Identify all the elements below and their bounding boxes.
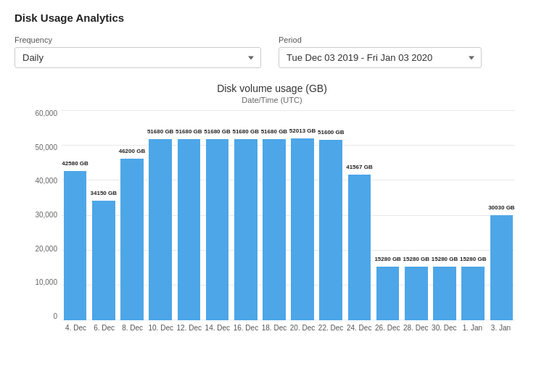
bar: 51680 GB: [178, 139, 201, 320]
x-tick: 26. Dec: [374, 324, 402, 332]
x-tick: 20. Dec: [289, 324, 317, 332]
bar-value-label: 15280 GB: [458, 255, 487, 263]
y-tick: 60,000: [22, 110, 62, 117]
bar-wrapper: 30030 GB: [488, 110, 515, 320]
x-tick: 1. Jan: [458, 324, 487, 332]
bar-wrapper: 41567 GB: [346, 110, 373, 320]
bar-wrapper: 51680 GB: [176, 110, 202, 320]
bar-value-label: 15280 GB: [430, 255, 459, 263]
bar: 15280 GB: [376, 267, 400, 320]
bar-wrapper: 34150 GB: [90, 110, 117, 320]
bar-value-label: 42580 GB: [60, 159, 89, 167]
chart-inner: 42580 GB34150 GB46200 GB51680 GB51680 GB…: [62, 110, 515, 320]
x-tick: 24. Dec: [345, 324, 374, 332]
chart-area: Disk volume usage (GB) Date/Time (UTC) 0…: [15, 83, 529, 342]
x-axis: 4. Dec6. Dec8. Dec10. Dec12. Dec14. Dec1…: [62, 320, 515, 342]
bar-wrapper: 15280 GB: [460, 110, 487, 320]
period-control: Period Tue Dec 03 2019 - Fri Jan 03 2020: [279, 36, 482, 68]
y-tick: 30,000: [22, 212, 62, 219]
bar-wrapper: 51680 GB: [204, 110, 231, 320]
bar: 51680 GB: [234, 139, 257, 320]
x-tick: 10. Dec: [147, 324, 175, 332]
x-tick: 3. Jan: [487, 324, 515, 332]
bar-value-label: 41567 GB: [345, 163, 374, 171]
bar: 51680 GB: [149, 139, 172, 320]
y-tick: 50,000: [22, 144, 62, 151]
bar-value-label: 34150 GB: [89, 189, 118, 197]
period-select-wrapper: Tue Dec 03 2019 - Fri Jan 03 2020: [279, 47, 482, 68]
bar-wrapper: 42580 GB: [62, 110, 88, 320]
bar: 46200 GB: [120, 159, 144, 320]
bar-wrapper: 51680 GB: [232, 110, 259, 320]
x-tick: 16. Dec: [231, 324, 260, 332]
y-tick: 20,000: [22, 246, 62, 253]
bar-value-label: 51680 GB: [174, 128, 203, 135]
bar-value-label: 15280 GB: [402, 255, 431, 263]
x-tick: 4. Dec: [62, 324, 90, 332]
bar: 30030 GB: [490, 215, 514, 320]
bar-value-label: 46200 GB: [118, 147, 147, 155]
x-tick: 30. Dec: [430, 324, 458, 332]
bar: 51680 GB: [206, 139, 229, 320]
bar-wrapper: 46200 GB: [118, 110, 145, 320]
x-tick: 14. Dec: [203, 324, 231, 332]
x-tick: 6. Dec: [90, 324, 118, 332]
bar-value-label: 51680 GB: [231, 128, 260, 135]
bar-wrapper: 51600 GB: [318, 110, 345, 320]
y-tick: 0: [22, 313, 62, 320]
frequency-select[interactable]: Daily Weekly Monthly: [15, 47, 261, 68]
bar: 52013 GB: [291, 138, 314, 320]
bar-value-label: 51600 GB: [316, 128, 345, 136]
bar-wrapper: 51680 GB: [260, 110, 287, 320]
bar: 15280 GB: [461, 267, 485, 320]
y-tick: 10,000: [22, 279, 62, 286]
bar: 34150 GB: [92, 201, 115, 320]
chart-container: 010,00020,00030,00040,00050,00060,000 42…: [22, 110, 522, 342]
bar-value-label: 51680 GB: [260, 128, 289, 135]
bar-value-label: 52013 GB: [288, 127, 317, 135]
bar-wrapper: 15280 GB: [374, 110, 401, 320]
bar-wrapper: 51680 GB: [147, 110, 174, 320]
period-label: Period: [279, 36, 482, 44]
bar-value-label: 30030 GB: [487, 204, 516, 212]
chart-subtitle: Date/Time (UTC): [22, 96, 522, 104]
x-tick: 12. Dec: [175, 324, 203, 332]
bar: 15280 GB: [405, 267, 428, 320]
x-tick: 8. Dec: [118, 324, 147, 332]
chart-title: Disk volume usage (GB): [22, 83, 522, 94]
frequency-control: Frequency Daily Weekly Monthly: [15, 36, 261, 68]
bar: 51600 GB: [319, 140, 342, 320]
bar-wrapper: 15280 GB: [403, 110, 429, 320]
bars-area: 42580 GB34150 GB46200 GB51680 GB51680 GB…: [62, 110, 515, 320]
bar-value-label: 51680 GB: [146, 128, 175, 135]
bar-value-label: 51680 GB: [202, 128, 231, 135]
bar-wrapper: 52013 GB: [289, 110, 316, 320]
period-select[interactable]: Tue Dec 03 2019 - Fri Jan 03 2020: [279, 47, 482, 68]
x-tick: 28. Dec: [402, 324, 430, 332]
frequency-label: Frequency: [15, 36, 261, 44]
frequency-select-wrapper: Daily Weekly Monthly: [15, 47, 261, 68]
bar: 51680 GB: [263, 139, 286, 320]
bar-wrapper: 15280 GB: [431, 110, 458, 320]
page-title: Disk Usage Analytics: [15, 12, 529, 24]
controls-bar: Frequency Daily Weekly Monthly Period Tu…: [15, 36, 529, 68]
bar: 42580 GB: [64, 171, 87, 320]
bar-value-label: 15280 GB: [373, 255, 402, 263]
y-tick: 40,000: [22, 178, 62, 185]
y-axis: 010,00020,00030,00040,00050,00060,000: [22, 110, 62, 320]
x-tick: 18. Dec: [260, 324, 288, 332]
bar: 41567 GB: [348, 175, 371, 320]
bar: 15280 GB: [433, 267, 456, 320]
x-tick: 22. Dec: [317, 324, 345, 332]
